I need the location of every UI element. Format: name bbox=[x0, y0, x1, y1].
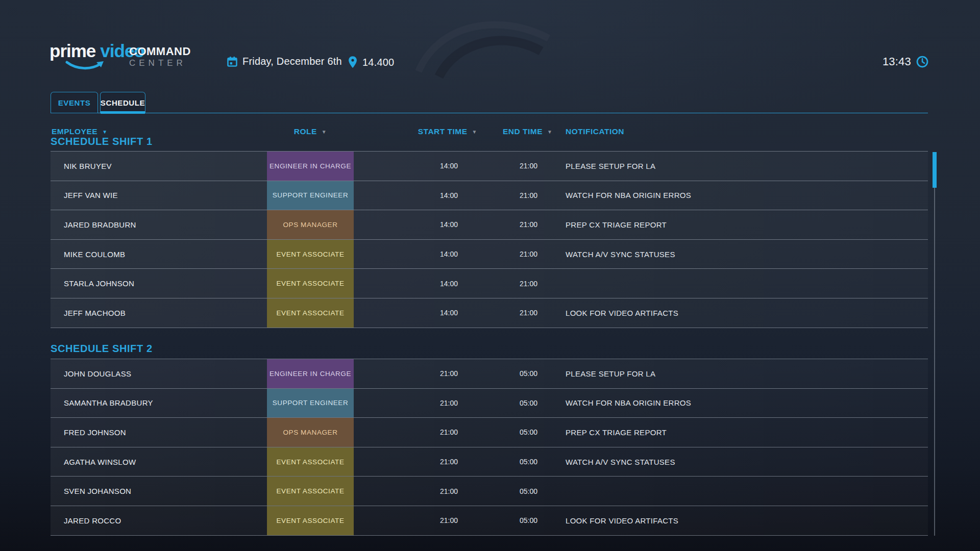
start-time-value: 14:00 bbox=[354, 220, 503, 229]
column-header-end-time[interactable]: END TIME▼ bbox=[503, 127, 554, 136]
time-display: 13:43 bbox=[883, 55, 929, 68]
start-time-value: 14:00 bbox=[354, 191, 503, 199]
employee-name: JEFF MACHOOB bbox=[51, 309, 267, 317]
notification-text: PLEASE SETUP FOR LA bbox=[554, 369, 928, 378]
end-time-value: 05:00 bbox=[503, 428, 554, 436]
center-text: CENTER bbox=[129, 59, 191, 67]
role-badge: OPS MANAGER bbox=[267, 418, 354, 447]
employee-name: JARED ROCCO bbox=[51, 516, 267, 525]
tab-events-label: EVENTS bbox=[58, 98, 91, 107]
start-time-value: 21:00 bbox=[354, 399, 503, 407]
employee-name: SAMANTHA BRADBURY bbox=[51, 398, 267, 407]
command-text: COMMAND bbox=[129, 46, 191, 57]
sort-arrow-icon: ▼ bbox=[547, 129, 552, 135]
date-display: Friday, December 6th bbox=[227, 56, 342, 67]
sort-arrow-icon: ▼ bbox=[102, 129, 107, 135]
role-badge: SUPPORT ENGINEER bbox=[267, 389, 354, 418]
table-row[interactable]: MIKE COULOMB EVENT ASSOCIATE 14:00 21:00… bbox=[51, 240, 928, 269]
active-tab-indicator bbox=[101, 111, 145, 114]
end-time-value: 05:00 bbox=[503, 516, 554, 524]
scrollbar-track[interactable] bbox=[934, 152, 935, 536]
shift-1-title: SCHEDULE SHIFT 1 bbox=[51, 136, 153, 147]
role-badge: EVENT ASSOCIATE bbox=[267, 240, 354, 269]
notification-text: WATCH FOR NBA ORIGIN ERROS bbox=[554, 191, 928, 199]
notification-text: LOOK FOR VIDEO ARTIFACTS bbox=[554, 309, 928, 317]
table-row[interactable]: JOHN DOUGLASS ENGINEER IN CHARGE 21:00 0… bbox=[51, 359, 928, 389]
table-row[interactable]: FRED JOHNSON OPS MANAGER 21:00 05:00 PRE… bbox=[51, 418, 928, 447]
table-row[interactable]: NIK BRUYEV ENGINEER IN CHARGE 14:00 21:0… bbox=[51, 152, 928, 181]
table-row[interactable]: SVEN JOHANSON EVENT ASSOCIATE 21:00 05:0… bbox=[51, 477, 928, 506]
notification-text: WATCH A/V SYNC STATUSES bbox=[554, 458, 928, 466]
notification-text: WATCH FOR NBA ORIGIN ERROS bbox=[554, 398, 928, 407]
notification-text: WATCH A/V SYNC STATUSES bbox=[554, 250, 928, 259]
table-row[interactable]: SAMANTHA BRADBURY SUPPORT ENGINEER 21:00… bbox=[51, 389, 928, 418]
sort-arrow-icon: ▼ bbox=[322, 129, 327, 135]
role-badge: EVENT ASSOCIATE bbox=[267, 447, 354, 477]
table-row[interactable]: JARED ROCCO EVENT ASSOCIATE 21:00 05:00 … bbox=[51, 506, 928, 536]
end-time-value: 21:00 bbox=[503, 162, 554, 170]
location-pin-icon bbox=[348, 56, 358, 69]
start-time-value: 14:00 bbox=[354, 309, 503, 317]
end-time-value: 05:00 bbox=[503, 487, 554, 495]
column-header-employee-label: EMPLOYEE bbox=[52, 127, 97, 136]
end-time-value: 05:00 bbox=[503, 458, 554, 466]
role-badge: EVENT ASSOCIATE bbox=[267, 269, 354, 298]
start-time-value: 14:00 bbox=[354, 250, 503, 258]
column-header-start-label: START TIME bbox=[418, 127, 468, 136]
logo-prime-text: prime bbox=[50, 41, 95, 61]
tab-schedule[interactable]: SCHEDULE bbox=[100, 92, 145, 113]
table-row[interactable]: JEFF VAN WIE SUPPORT ENGINEER 14:00 21:0… bbox=[51, 181, 928, 211]
tab-bar: EVENTS SCHEDULE bbox=[51, 92, 928, 113]
end-time-value: 05:00 bbox=[503, 399, 554, 407]
column-header-start-time[interactable]: START TIME▼ bbox=[354, 127, 503, 136]
column-header-role-label: ROLE bbox=[294, 127, 317, 136]
column-header-role[interactable]: ROLE▼ bbox=[267, 127, 354, 136]
role-badge: ENGINEER IN CHARGE bbox=[267, 359, 354, 388]
employee-name: NIK BRUYEV bbox=[51, 162, 267, 170]
employee-name: STARLA JOHNSON bbox=[51, 279, 267, 288]
employee-name: SVEN JOHANSON bbox=[51, 487, 267, 495]
employee-name: JEFF VAN WIE bbox=[51, 191, 267, 199]
tab-events[interactable]: EVENTS bbox=[51, 92, 98, 113]
column-header-end-label: END TIME bbox=[503, 127, 543, 136]
end-time-value: 21:00 bbox=[503, 309, 554, 317]
location-display: 14.400 bbox=[348, 56, 394, 69]
time-text: 13:43 bbox=[883, 55, 911, 68]
tab-schedule-label: SCHEDULE bbox=[101, 98, 145, 107]
command-center-lockup: COMMAND CENTER bbox=[129, 46, 191, 67]
employee-name: MIKE COULOMB bbox=[51, 250, 267, 259]
role-badge: ENGINEER IN CHARGE bbox=[267, 152, 354, 181]
end-time-value: 21:00 bbox=[503, 280, 554, 288]
shift-2-table: JOHN DOUGLASS ENGINEER IN CHARGE 21:00 0… bbox=[51, 359, 928, 536]
table-column-headers: EMPLOYEE▼ ROLE▼ START TIME▼ END TIME▼ NO… bbox=[51, 126, 928, 138]
start-time-value: 21:00 bbox=[354, 369, 503, 378]
column-header-employee[interactable]: EMPLOYEE▼ bbox=[51, 127, 267, 136]
background-swoosh bbox=[408, 10, 561, 82]
calendar-icon bbox=[227, 56, 238, 67]
employee-name: JARED BRADBURN bbox=[51, 220, 267, 229]
employee-name: AGATHA WINSLOW bbox=[51, 458, 267, 466]
end-time-value: 21:00 bbox=[503, 250, 554, 258]
column-header-notification-label: NOTIFICATION bbox=[566, 127, 624, 136]
role-badge: OPS MANAGER bbox=[267, 210, 354, 239]
sort-arrow-icon: ▼ bbox=[472, 129, 477, 135]
employee-name: FRED JOHNSON bbox=[51, 428, 267, 437]
start-time-value: 21:00 bbox=[354, 428, 503, 436]
table-row[interactable]: JARED BRADBURN OPS MANAGER 14:00 21:00 P… bbox=[51, 210, 928, 240]
start-time-value: 14:00 bbox=[354, 162, 503, 170]
command-center-app: primevideo COMMAND CENTER Friday, Decemb… bbox=[0, 0, 980, 551]
shift-1-table: NIK BRUYEV ENGINEER IN CHARGE 14:00 21:0… bbox=[51, 151, 928, 328]
role-badge: EVENT ASSOCIATE bbox=[267, 298, 354, 328]
table-row[interactable]: STARLA JOHNSON EVENT ASSOCIATE 14:00 21:… bbox=[51, 269, 928, 298]
table-row[interactable]: JEFF MACHOOB EVENT ASSOCIATE 14:00 21:00… bbox=[51, 298, 928, 328]
scrollbar-thumb[interactable] bbox=[933, 152, 937, 188]
role-badge: EVENT ASSOCIATE bbox=[267, 477, 354, 506]
role-badge: EVENT ASSOCIATE bbox=[267, 506, 354, 535]
end-time-value: 21:00 bbox=[503, 191, 554, 199]
column-header-notification: NOTIFICATION bbox=[554, 127, 928, 136]
start-time-value: 21:00 bbox=[354, 458, 503, 466]
notification-text: LOOK FOR VIDEO ARTIFACTS bbox=[554, 516, 928, 525]
notification-text: PREP CX TRIAGE REPORT bbox=[554, 220, 928, 229]
role-badge: SUPPORT ENGINEER bbox=[267, 181, 354, 210]
table-row[interactable]: AGATHA WINSLOW EVENT ASSOCIATE 21:00 05:… bbox=[51, 447, 928, 477]
